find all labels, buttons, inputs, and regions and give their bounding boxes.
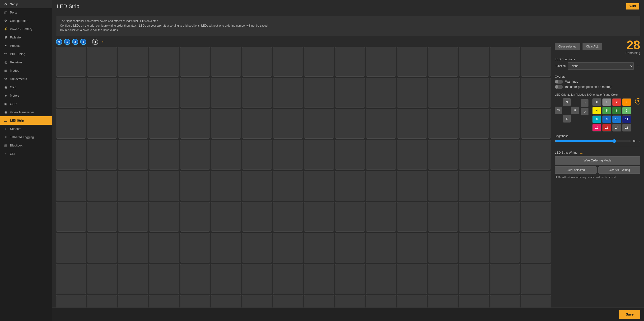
compass-D[interactable]: D (581, 108, 588, 115)
led-cell[interactable] (242, 233, 272, 263)
color-cell-4[interactable]: 4 (592, 107, 601, 114)
led-cell[interactable] (118, 78, 148, 108)
led-cell[interactable] (428, 171, 458, 201)
led-cell[interactable] (118, 140, 148, 170)
led-cell[interactable] (397, 264, 427, 294)
sidebar-item-led-strip[interactable]: ▬LED Strip (0, 116, 52, 125)
led-cell[interactable] (397, 78, 427, 108)
led-cell[interactable] (118, 295, 148, 307)
led-badge-0[interactable]: 0 (56, 39, 62, 45)
led-cell[interactable] (521, 233, 551, 263)
clear-selected-button[interactable]: Clear selected (555, 43, 580, 50)
led-cell[interactable] (521, 140, 551, 170)
led-cell[interactable] (459, 109, 489, 139)
led-cell[interactable] (490, 233, 520, 263)
led-cell[interactable] (397, 109, 427, 139)
color-cell-1[interactable]: 1 (602, 98, 611, 106)
indicator-toggle[interactable] (555, 85, 563, 89)
led-cell[interactable] (397, 233, 427, 263)
sidebar-item-tethered-logging[interactable]: ≡Tethered Logging (0, 133, 52, 141)
led-cell[interactable] (335, 233, 365, 263)
led-cell[interactable] (87, 109, 117, 139)
led-cell[interactable] (56, 233, 86, 263)
led-cell[interactable] (273, 295, 303, 307)
led-cell[interactable] (397, 295, 427, 307)
led-cell[interactable] (211, 295, 241, 307)
led-cell[interactable] (335, 140, 365, 170)
color-cell-7[interactable]: 7 (622, 107, 631, 114)
sidebar-item-sensors[interactable]: +Sensors (0, 125, 52, 133)
sidebar-item-adjustments[interactable]: ⚒Adjustments (0, 75, 52, 83)
led-cell[interactable] (366, 47, 396, 77)
led-cell[interactable] (397, 47, 427, 77)
led-cell[interactable] (521, 109, 551, 139)
led-cell[interactable] (56, 264, 86, 294)
led-cell[interactable] (180, 264, 210, 294)
sidebar-item-presets[interactable]: ✦Presets (0, 42, 52, 50)
sidebar-item-osd[interactable]: ▣OSD (0, 100, 52, 108)
led-cell[interactable] (428, 140, 458, 170)
led-cell[interactable] (397, 202, 427, 232)
led-cell[interactable] (304, 109, 334, 139)
sidebar-item-modes[interactable]: ▦Modes (0, 67, 52, 75)
wiki-button[interactable]: WIKI (626, 3, 639, 10)
led-cell[interactable] (180, 47, 210, 77)
led-cell[interactable] (56, 140, 86, 170)
led-cell[interactable] (242, 202, 272, 232)
led-cell[interactable] (118, 47, 148, 77)
led-cell[interactable] (242, 109, 272, 139)
color-cell-10[interactable]: 10 (612, 115, 621, 123)
compass-S[interactable]: S (563, 115, 571, 123)
led-cell[interactable] (149, 295, 179, 307)
help-icon[interactable]: ? (638, 139, 640, 143)
led-cell[interactable] (118, 171, 148, 201)
clear-all-button[interactable]: Clear ALL (582, 43, 602, 50)
wire-ordering-mode-button[interactable]: Wire Ordering Mode (555, 156, 640, 165)
led-cell[interactable] (56, 47, 86, 77)
led-cell[interactable] (304, 233, 334, 263)
led-cell[interactable] (211, 171, 241, 201)
led-cell[interactable] (366, 202, 396, 232)
sidebar-item-failsafe[interactable]: ⛨Failsafe (0, 33, 52, 42)
led-cell[interactable] (56, 295, 86, 307)
led-cell[interactable] (273, 171, 303, 201)
led-cell[interactable] (273, 202, 303, 232)
sidebar-item-blackbox[interactable]: ▤Blackbox (0, 141, 52, 150)
led-cell[interactable] (335, 109, 365, 139)
led-cell[interactable] (149, 47, 179, 77)
led-cell[interactable] (211, 47, 241, 77)
led-cell[interactable] (335, 202, 365, 232)
led-cell[interactable] (335, 171, 365, 201)
led-cell[interactable] (459, 171, 489, 201)
led-cell[interactable] (149, 171, 179, 201)
led-cell[interactable] (459, 202, 489, 232)
led-cell[interactable] (335, 295, 365, 307)
color-cell-12[interactable]: 12 (592, 124, 601, 132)
color-cell-15[interactable]: 15 (622, 124, 631, 132)
led-cell[interactable] (87, 233, 117, 263)
color-cell-13[interactable]: 13 (602, 124, 611, 132)
led-cell[interactable] (428, 109, 458, 139)
led-cell[interactable] (149, 233, 179, 263)
led-cell[interactable] (304, 202, 334, 232)
wiring-clear-all-button[interactable]: Clear ALL Wiring (598, 166, 640, 174)
led-cell[interactable] (459, 140, 489, 170)
compass-E[interactable]: E (572, 107, 579, 114)
led-cell[interactable] (273, 140, 303, 170)
led-cell[interactable] (490, 47, 520, 77)
led-cell[interactable] (149, 78, 179, 108)
compass-U[interactable]: U (581, 99, 588, 107)
led-cell[interactable] (428, 295, 458, 307)
led-cell[interactable] (87, 47, 117, 77)
sidebar-item-ports[interactable]: ◫Ports (0, 8, 52, 17)
led-cell[interactable] (304, 295, 334, 307)
led-cell[interactable] (366, 109, 396, 139)
color-cell-14[interactable]: 14 (612, 124, 621, 132)
led-cell[interactable] (56, 78, 86, 108)
led-cell[interactable] (118, 233, 148, 263)
led-cell[interactable] (366, 78, 396, 108)
led-cell[interactable] (521, 47, 551, 77)
led-badge-4[interactable]: 4 (92, 39, 98, 45)
led-badge-3[interactable]: 3 (80, 39, 86, 45)
led-cell[interactable] (180, 171, 210, 201)
